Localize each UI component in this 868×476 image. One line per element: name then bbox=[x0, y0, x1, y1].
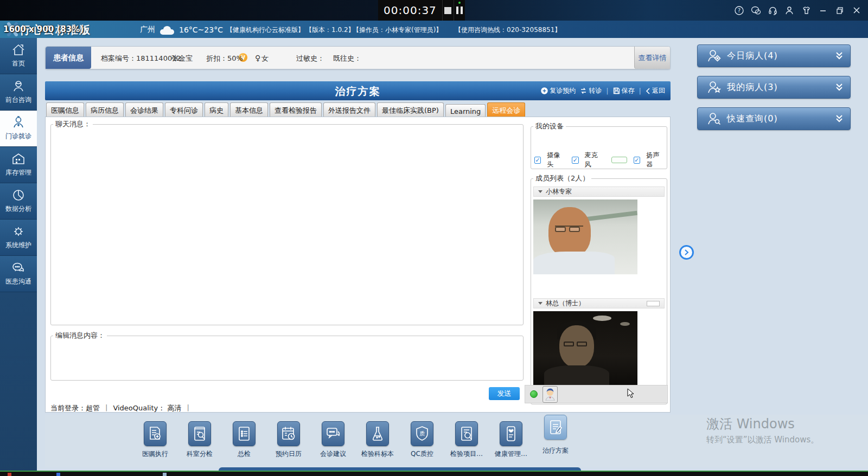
stop-recording-button[interactable] bbox=[442, 0, 454, 21]
taskbar-icon bbox=[8, 473, 11, 476]
member-row-doctor[interactable]: 林总（博士） bbox=[533, 298, 665, 308]
home-icon bbox=[11, 43, 25, 56]
message-edit-box[interactable]: 编辑消息内容： bbox=[50, 331, 524, 381]
lab-items-icon bbox=[459, 426, 474, 442]
camera-label: 摄像头 bbox=[547, 151, 565, 169]
panel-my-patients[interactable]: 我的病人(3) bbox=[697, 76, 851, 99]
sidebar-item-maintenance[interactable]: 系统维护 bbox=[0, 220, 37, 256]
remote-consult-panel: 聊天消息： 编辑消息内容： 发送 当前登录：超管 | VideoQuality：… bbox=[45, 117, 671, 413]
sidebar-item-home[interactable]: 首页 bbox=[0, 38, 37, 74]
speaker-checkbox[interactable]: ✓ bbox=[634, 157, 640, 164]
toolbar-item-health-mgmt[interactable]: 健康管理… bbox=[494, 421, 528, 459]
sidebar-item-communication[interactable]: 医患沟通 bbox=[0, 256, 37, 292]
member-row-expert[interactable]: 小林专家 bbox=[533, 186, 665, 197]
tab-best-practice[interactable]: 最佳临床实践(BP) bbox=[377, 102, 444, 118]
sidebar-item-outpatient[interactable]: 门诊就诊 bbox=[0, 111, 37, 147]
patient-search-icon bbox=[706, 111, 722, 126]
toolbar-item-label: 科室分检 bbox=[187, 449, 213, 459]
version-info: 【版本：1.0.2】 bbox=[305, 25, 355, 35]
panel-label: 快速查询(0) bbox=[727, 113, 835, 125]
panel-today-patients[interactable]: 今日病人(4) bbox=[697, 44, 851, 67]
tab-medical-record[interactable]: 病历信息 bbox=[86, 102, 124, 118]
tab-medical-orders[interactable]: 医嘱信息 bbox=[46, 102, 84, 118]
headset-icon[interactable] bbox=[767, 4, 778, 16]
female-icon: ♀ bbox=[255, 54, 260, 62]
toolbar-item-appointment-calendar[interactable]: 预约日历 bbox=[272, 421, 305, 459]
minimize-button[interactable] bbox=[817, 4, 829, 16]
sidebar-item-label: 门诊就诊 bbox=[5, 132, 31, 141]
patient-name: 张金宝 bbox=[171, 54, 193, 63]
tab-remote-consult[interactable]: 远程会诊 bbox=[487, 102, 525, 118]
view-detail-button[interactable]: 查看详情 bbox=[634, 47, 670, 69]
toolbar-item-treatment-plan[interactable]: 治疗方案 bbox=[539, 415, 572, 452]
toolbar-item-lab-items[interactable]: 检验项目… bbox=[450, 421, 483, 459]
video-feed-expert bbox=[533, 200, 637, 274]
wechat-icon[interactable] bbox=[750, 4, 762, 16]
session-status-line: 当前登录：超管 | VideoQuality： 高清 | bbox=[50, 403, 189, 413]
pie-chart-icon bbox=[11, 189, 25, 202]
toolbar-item-lab-specimen[interactable]: 检验科标本 bbox=[361, 421, 394, 459]
send-button[interactable]: 发送 bbox=[489, 387, 520, 400]
save-button[interactable]: 保存 bbox=[613, 86, 635, 95]
toolbar-item-consult-advice[interactable]: 会诊建议 bbox=[316, 421, 350, 459]
toolbar-item-dept-triage[interactable]: 科室分检 bbox=[183, 421, 216, 459]
discount-label: 折扣：50% bbox=[206, 54, 243, 63]
sidebar-item-label: 库存管理 bbox=[5, 168, 31, 177]
tab-history[interactable]: 病史 bbox=[205, 102, 228, 118]
help-icon[interactable]: ? bbox=[733, 4, 745, 16]
chat-messages-legend: 聊天消息： bbox=[53, 119, 93, 129]
member-list-box: 成员列表（2人） 小林专家 林总（博士） bbox=[531, 173, 667, 404]
sidebar-item-inventory[interactable]: 库存管理 bbox=[0, 147, 37, 183]
my-devices-box: 我的设备 ✓ 摄像头 ✓ 麦克风 ✓ 扬声器 bbox=[531, 121, 667, 169]
back-button[interactable]: 返回 bbox=[646, 86, 665, 95]
dept-triage-icon bbox=[193, 426, 207, 442]
toolbar-item-label: 健康管理… bbox=[495, 449, 527, 459]
toolbar-item-order-exec[interactable]: 医嘱执行 bbox=[138, 421, 172, 459]
microphone-checkbox[interactable]: ✓ bbox=[572, 157, 578, 164]
window-titlebar: 00:00:37 ? bbox=[0, 0, 868, 21]
member-name: 小林专家 bbox=[546, 187, 572, 196]
tab-consult-result[interactable]: 会诊结果 bbox=[125, 102, 163, 118]
revisit-appointment-button[interactable]: 复诊预约 bbox=[541, 86, 576, 95]
warehouse-icon bbox=[11, 152, 25, 165]
sidebar-item-analytics[interactable]: 数据分析 bbox=[0, 183, 37, 220]
treatment-plan-icon bbox=[548, 419, 563, 435]
double-chevron-down-icon bbox=[835, 52, 844, 60]
video-feed-doctor bbox=[533, 311, 637, 386]
treatment-plan-header: 治疗方案 复诊预约 转诊 | 保存 | 返回 bbox=[45, 81, 671, 100]
toolbar-item-label: 会诊建议 bbox=[320, 449, 346, 459]
camera-checkbox[interactable]: ✓ bbox=[534, 157, 541, 164]
panel-quick-search[interactable]: 快速查询(0) bbox=[697, 107, 851, 130]
participant-avatar[interactable] bbox=[542, 386, 558, 403]
gear-icon bbox=[11, 225, 25, 238]
patient-info-bar: 患者信息 档案编号：1811140012 张金宝 V 折扣：50% ♀ 女 过敏… bbox=[45, 46, 671, 69]
theme-skin-icon[interactable] bbox=[800, 4, 812, 16]
panel-label: 今日病人(4) bbox=[727, 50, 835, 62]
restore-button[interactable] bbox=[834, 4, 846, 16]
expand-panel-button[interactable] bbox=[679, 245, 694, 260]
referral-button[interactable]: 转诊 bbox=[580, 86, 602, 95]
toolbar-item-qc[interactable]: 质 QC质控 bbox=[405, 421, 439, 459]
user-icon[interactable] bbox=[783, 4, 795, 16]
separator: | bbox=[187, 403, 189, 413]
toolbar-item-label: 检验项目… bbox=[450, 449, 483, 459]
svg-text:?: ? bbox=[737, 8, 740, 14]
patient-diamond-icon bbox=[706, 48, 722, 63]
tab-lab-report[interactable]: 查看检验报告 bbox=[270, 102, 322, 118]
collapse-triangle-icon bbox=[538, 190, 542, 193]
close-button[interactable] bbox=[851, 4, 863, 16]
sidebar-item-frontdesk[interactable]: 前台咨询 bbox=[0, 74, 37, 111]
tab-outsourced-report[interactable]: 外送报告文件 bbox=[323, 102, 375, 118]
toolbar-item-general-check[interactable]: 总检 bbox=[227, 421, 261, 459]
my-devices-legend: 我的设备 bbox=[533, 121, 566, 131]
patient-info-tab[interactable]: 患者信息 bbox=[46, 47, 91, 69]
pause-icon bbox=[456, 7, 463, 14]
past-history-label: 既往史： bbox=[333, 54, 361, 63]
tab-basic-info[interactable]: 基本信息 bbox=[230, 102, 268, 118]
sidebar-item-label: 数据分析 bbox=[5, 204, 31, 214]
os-taskbar-strip bbox=[0, 471, 868, 476]
product-name: 【健康机构行心云标准版】 bbox=[226, 25, 304, 35]
tab-specialist-inquiry[interactable]: 专科问诊 bbox=[165, 102, 203, 118]
app-header-bar: 行心云标准版 1600 x 900 (83%) 广州 16°C~23°C 【健康… bbox=[0, 21, 868, 38]
collapse-triangle-icon bbox=[538, 302, 542, 305]
